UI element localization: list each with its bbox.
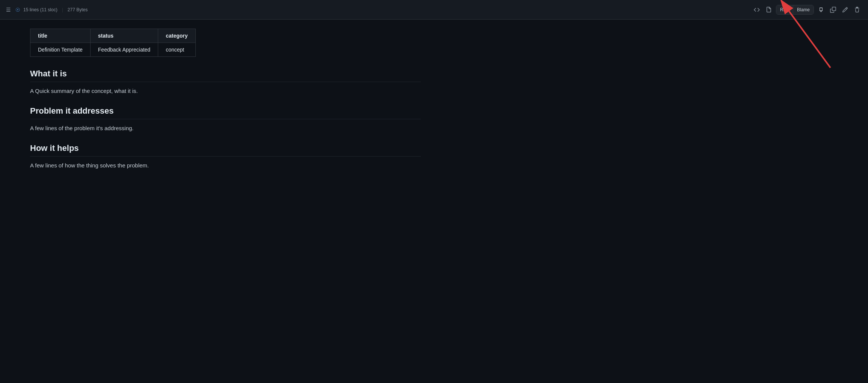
col-header-category: category xyxy=(158,29,195,43)
cell-category: concept xyxy=(158,43,195,57)
col-header-title: title xyxy=(30,29,91,43)
arrow-line xyxy=(789,11,830,68)
section-how-it-helps: How it helps A few lines of how the thin… xyxy=(30,143,421,170)
shield-icon: ☉ xyxy=(15,7,20,13)
trash-icon xyxy=(854,7,860,13)
copy-icon xyxy=(830,7,836,13)
toolbar-right: Raw Blame xyxy=(752,5,862,15)
pencil-icon xyxy=(842,7,848,13)
delete-button[interactable] xyxy=(852,5,862,15)
hamburger-icon[interactable]: ☰ xyxy=(6,7,11,13)
code-icon xyxy=(754,7,760,13)
metadata-table: title status category Definition Templat… xyxy=(30,29,196,57)
section-problem: Problem it addresses A few lines of the … xyxy=(30,106,421,133)
file-view-button[interactable] xyxy=(764,5,774,15)
heading-what-it-is: What it is xyxy=(30,69,421,82)
desktop-view-button[interactable] xyxy=(816,5,826,15)
code-view-button[interactable] xyxy=(752,5,762,15)
edit-button[interactable] xyxy=(840,5,850,15)
text-how-it-helps: A few lines of how the thing solves the … xyxy=(30,161,421,170)
file-toolbar: ☰ ☉ 15 lines (11 sloc) | 277 Bytes xyxy=(0,0,868,20)
raw-blame-group: Raw Blame xyxy=(776,5,814,15)
col-header-status: status xyxy=(90,29,158,43)
raw-button[interactable]: Raw xyxy=(776,5,793,14)
file-info: ☉ 15 lines (11 sloc) | 277 Bytes xyxy=(15,7,88,13)
heading-how-it-helps: How it helps xyxy=(30,143,421,157)
main-content: title status category Definition Templat… xyxy=(0,20,451,182)
section-what-it-is: What it is A Quick summary of the concep… xyxy=(30,69,421,96)
toolbar-left: ☰ ☉ 15 lines (11 sloc) | 277 Bytes xyxy=(6,7,88,13)
file-icon xyxy=(766,7,772,13)
cell-title: Definition Template xyxy=(30,43,91,57)
text-what-it-is: A Quick summary of the concept, what it … xyxy=(30,87,421,96)
table-row: Definition Template Feedback Appreciated… xyxy=(30,43,196,57)
bytes-count: 277 Bytes xyxy=(68,7,88,12)
lines-count: 15 lines (11 sloc) xyxy=(23,7,57,12)
copy-button[interactable] xyxy=(828,5,838,15)
pipe-divider: | xyxy=(62,7,63,12)
text-problem: A few lines of the problem it's addressi… xyxy=(30,124,421,133)
desktop-icon xyxy=(818,7,824,13)
cell-status: Feedback Appreciated xyxy=(90,43,158,57)
heading-problem: Problem it addresses xyxy=(30,106,421,119)
blame-button[interactable]: Blame xyxy=(793,5,814,14)
